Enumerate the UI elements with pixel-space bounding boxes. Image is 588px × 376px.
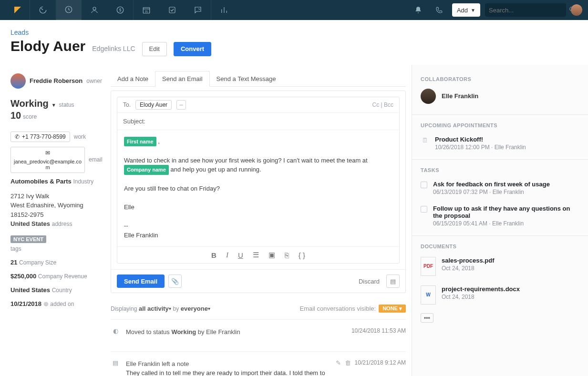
nav-messages-icon[interactable] (185, 0, 211, 20)
list-icon[interactable]: ☰ (253, 251, 259, 259)
breadcrumb[interactable]: Leads (10, 29, 588, 36)
current-user-avatar[interactable] (571, 4, 582, 16)
task-item[interactable]: Follow up to ask if they have any questi… (412, 202, 588, 234)
merge-field-icon[interactable]: { } (299, 251, 305, 259)
nav-dashboard-icon[interactable] (30, 0, 56, 20)
delete-note-icon[interactable]: 🗑 (345, 359, 351, 366)
nav-tasks-icon[interactable] (159, 0, 185, 20)
chevron-down-icon: ▾ (169, 306, 171, 311)
phone-type: work (74, 133, 86, 140)
global-search[interactable] (485, 3, 566, 17)
calendar-icon: 🗓 (421, 137, 429, 144)
phone-icon[interactable] (431, 0, 447, 20)
search-input[interactable] (489, 7, 569, 14)
lead-company: Edgelinks LLC (92, 45, 135, 52)
task-meta: 06/13/2019 07:32 PM · Elle Franklin (433, 189, 579, 195)
tab-add-note[interactable]: Add a Note (111, 71, 155, 86)
notifications-icon[interactable] (410, 0, 426, 20)
send-email-button[interactable]: Send Email (117, 274, 165, 288)
image-icon[interactable]: ▣ (268, 251, 275, 259)
nav-contacts-icon[interactable] (82, 0, 107, 20)
filter-activity-dropdown[interactable]: all activity (139, 305, 169, 312)
owner-avatar[interactable] (10, 73, 26, 89)
company-revenue-label: Company Revenue (38, 273, 87, 280)
email-body-editor[interactable]: First name , Wanted to check in and see … (117, 130, 399, 247)
company-revenue-value: $250,000 (10, 273, 36, 280)
score-label: score (23, 113, 37, 120)
svg-text:31: 31 (145, 10, 148, 13)
tab-send-email[interactable]: Send an Email (155, 71, 210, 87)
body-sign: Elle Franklin (124, 232, 158, 239)
industry-value: Automobiles & Parts (10, 178, 72, 185)
subject-label: Subject: (123, 118, 145, 125)
score-value: 10 (10, 110, 21, 121)
collaborator-name: Elle Franklin (442, 92, 478, 100)
link-icon[interactable]: ⎘ (285, 251, 289, 259)
merge-tag-company[interactable]: Company name (124, 165, 169, 175)
industry-label: Industry (73, 178, 93, 185)
email-type: email (89, 156, 103, 163)
subject-input[interactable] (147, 118, 227, 125)
task-item[interactable]: Ask for feedback on first week of usage … (412, 178, 588, 202)
composer-tabs: Add a Note Send an Email Send a Text Mes… (111, 70, 406, 87)
task-checkbox[interactable] (421, 182, 427, 188)
feed-note-body: They called in to tell me they are ready… (126, 368, 330, 376)
pdf-icon: PDF (421, 257, 436, 276)
address-line2: West Ednashire, Wyoming 18152-2975 (10, 201, 104, 219)
nav-leads-icon[interactable] (56, 0, 82, 20)
tags-label: tags (10, 245, 21, 252)
nav-deals-icon[interactable]: $ (107, 0, 133, 20)
address-line1: 2712 Ivy Walk (10, 192, 104, 201)
underline-icon[interactable]: U (238, 251, 243, 259)
brand-logo-icon[interactable] (6, 0, 30, 20)
document-date: Oct 24, 2018 (442, 265, 579, 272)
nav-calendar-icon[interactable]: 31 (134, 0, 159, 20)
recipient-chip[interactable]: Elody Auer (135, 100, 172, 110)
body-line: Wanted to check in and see how your firs… (124, 157, 368, 164)
phone-chip[interactable]: ✆ +1 773-770-8599 (10, 132, 70, 142)
collaborator-row[interactable]: Elle Franklin (412, 87, 588, 112)
cc-bcc-toggle[interactable]: Cc | Bcc (372, 102, 393, 108)
status-dropdown-icon[interactable]: ▼ (52, 102, 56, 108)
svg-rect-7 (169, 7, 175, 13)
attach-button[interactable]: 📎 (168, 274, 182, 288)
filter-user-dropdown[interactable]: everyone (181, 305, 208, 312)
body-sign: -- (124, 222, 128, 229)
more-documents-button[interactable]: ••• (421, 313, 433, 323)
convert-button[interactable]: Convert (174, 42, 211, 56)
feed-time: 10/24/2018 11:53 AM (351, 327, 406, 334)
appointments-label: UPCOMING APPOINTMENTS (412, 117, 588, 133)
filter-displaying: Displaying (111, 305, 137, 312)
email-chip[interactable]: ✉ janea_predovic@example.com (10, 147, 85, 173)
italic-icon[interactable]: I (226, 251, 228, 259)
task-checkbox[interactable] (421, 206, 427, 213)
bold-icon[interactable]: B (211, 251, 217, 259)
status-value[interactable]: Working (10, 98, 49, 109)
document-item[interactable]: PDF sales-process.pdf Oct 24, 2018 (412, 254, 588, 283)
merge-tag-first-name[interactable]: First name (124, 137, 156, 147)
appointment-item[interactable]: 🗓 Product Kickoff! 10/26/2018 12:00 PM ·… (412, 133, 588, 157)
add-button[interactable]: Add ▼ (452, 3, 480, 17)
edit-note-icon[interactable]: ✎ (336, 359, 341, 366)
discard-button[interactable]: Discard (359, 278, 380, 285)
to-label: To. (123, 102, 131, 108)
phone-icon-small: ✆ (15, 133, 20, 140)
appointment-meta: 10/26/2018 12:00 PM · Elle Franklin (435, 144, 579, 151)
nav-reports-icon[interactable] (211, 0, 237, 20)
document-name: sales-process.pdf (442, 257, 579, 264)
add-recipient-button[interactable]: – (176, 100, 186, 110)
chevron-down-icon: ▾ (208, 306, 210, 311)
template-button[interactable]: ▤ (386, 274, 400, 288)
tag-chip[interactable]: NYC EVENT (10, 235, 46, 243)
visibility-dropdown[interactable]: NONE ▾ (379, 305, 406, 313)
globe-icon: ⊕ (43, 300, 49, 307)
body-sign: Elle (124, 203, 134, 211)
svg-text:$: $ (119, 8, 122, 12)
task-title: Ask for feedback on first week of usage (433, 181, 579, 188)
format-toolbar: B I U ☰ ▣ ⎘ { } (117, 246, 399, 263)
document-item[interactable]: W project-requirements.docx Oct 24, 2018 (412, 283, 588, 311)
edit-button[interactable]: Edit (142, 42, 167, 56)
tab-send-text[interactable]: Send a Text Message (210, 71, 283, 86)
email-value: janea_predovic@example.com (13, 159, 82, 170)
email-composer: To. Elody Auer – Cc | Bcc Subject: First… (111, 91, 406, 294)
